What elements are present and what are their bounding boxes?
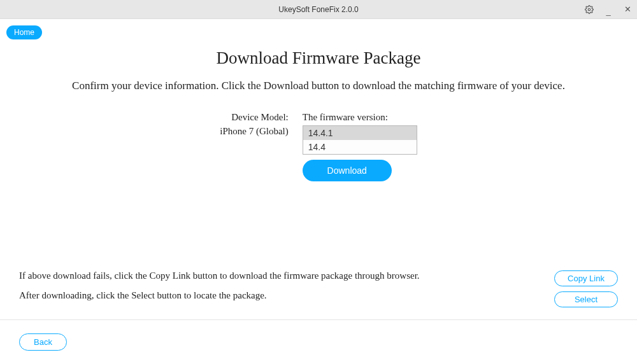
select-button[interactable]: Select: [554, 291, 618, 307]
footer: Back: [0, 319, 637, 364]
download-button[interactable]: Download: [303, 160, 392, 181]
close-button[interactable]: ✕: [618, 0, 637, 19]
close-icon: ✕: [624, 4, 631, 14]
help-line-2: After downloading, click the Select butt…: [19, 290, 420, 301]
nav-bar: Home: [0, 19, 637, 39]
gear-icon: [585, 5, 594, 14]
firmware-version-list[interactable]: 14.4.1 14.4: [303, 125, 417, 155]
device-model-label: Device Model:: [220, 110, 288, 124]
firmware-column: The firmware version: 14.4.1 14.4 Downlo…: [303, 110, 417, 181]
help-text: If above download fails, click the Copy …: [19, 270, 420, 310]
help-section: If above download fails, click the Copy …: [0, 270, 637, 310]
titlebar: UkeySoft FoneFix 2.0.0 _ ✕: [0, 0, 637, 19]
main-content: Download Firmware Package Confirm your d…: [0, 39, 637, 181]
help-line-1: If above download fails, click the Copy …: [19, 270, 420, 281]
app-title: UkeySoft FoneFix 2.0.0: [278, 5, 358, 14]
device-model-column: Device Model: iPhone 7 (Global): [220, 110, 288, 181]
settings-button[interactable]: [580, 0, 599, 19]
copy-link-button[interactable]: Copy Link: [554, 270, 618, 286]
device-model-value: iPhone 7 (Global): [220, 124, 288, 138]
device-form: Device Model: iPhone 7 (Global) The firm…: [38, 110, 599, 181]
minimize-button[interactable]: _: [599, 0, 618, 19]
page-title: Download Firmware Package: [38, 48, 599, 68]
firmware-version-label: The firmware version:: [303, 110, 417, 124]
home-button[interactable]: Home: [6, 25, 42, 39]
firmware-option[interactable]: 14.4.1: [303, 126, 417, 140]
minimize-icon: _: [606, 6, 610, 16]
page-subtitle: Confirm your device information. Click t…: [38, 80, 599, 92]
help-buttons: Copy Link Select: [554, 270, 618, 307]
back-button[interactable]: Back: [19, 333, 67, 351]
firmware-option[interactable]: 14.4: [303, 140, 417, 154]
window-controls: _ ✕: [580, 0, 637, 18]
